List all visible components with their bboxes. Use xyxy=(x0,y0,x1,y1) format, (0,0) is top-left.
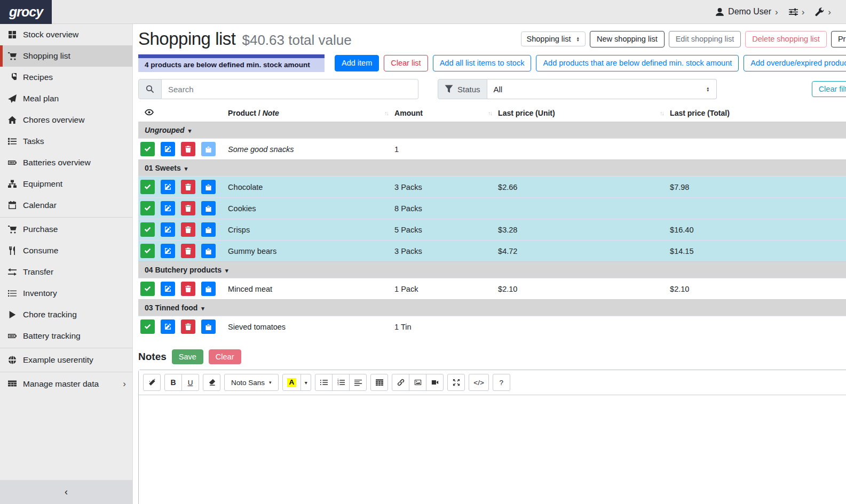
text-color-button[interactable]: A xyxy=(282,374,302,391)
edit-item-button[interactable] xyxy=(161,222,175,237)
add-item-button[interactable]: Add item xyxy=(335,55,379,71)
save-notes-button[interactable]: Save xyxy=(172,349,203,365)
clear-notes-button[interactable]: Clear xyxy=(209,349,241,365)
delete-item-button[interactable] xyxy=(181,319,195,334)
done-button[interactable] xyxy=(140,244,155,258)
edit-item-button[interactable] xyxy=(161,201,175,215)
col-last-price-unit[interactable]: Last price (Unit)↑↓ xyxy=(494,106,666,122)
product-card-button[interactable] xyxy=(201,142,216,156)
group-header-row[interactable]: 04 Butchery products▾ xyxy=(138,262,846,278)
sidebar-item-batteries-overview[interactable]: Batteries overview xyxy=(0,152,132,173)
settings-menu[interactable]: › xyxy=(789,7,805,17)
app-logo[interactable]: grocy xyxy=(0,0,52,24)
done-button[interactable] xyxy=(140,222,155,237)
last-price-total-cell: $14.15 xyxy=(666,241,846,262)
add-all-to-stock-button[interactable]: Add all list items to stock xyxy=(433,55,532,71)
edit-item-button[interactable] xyxy=(161,142,175,156)
insert-video-button[interactable] xyxy=(426,374,444,391)
notes-editor-area[interactable] xyxy=(139,395,846,504)
delete-shopping-list-button[interactable]: Delete shopping list xyxy=(745,31,827,47)
done-button[interactable] xyxy=(140,142,155,156)
sidebar-item-example-userentity[interactable]: Example userentity xyxy=(0,349,132,371)
delete-item-button[interactable] xyxy=(181,244,195,258)
clear-list-button[interactable]: Clear list xyxy=(384,55,428,71)
sidebar-item-chores-overview[interactable]: Chores overview xyxy=(0,109,132,131)
group-header-row[interactable]: 03 Tinned food▾ xyxy=(138,300,846,316)
delete-item-button[interactable] xyxy=(181,142,195,156)
done-button[interactable] xyxy=(140,201,155,215)
delete-item-button[interactable] xyxy=(181,282,195,296)
sidebar-item-transfer[interactable]: Transfer xyxy=(0,261,132,283)
paragraph-align-button[interactable] xyxy=(349,374,367,391)
sidebar-item-manage-master-data[interactable]: Manage master data› xyxy=(0,373,132,395)
sidebar-item-stock-overview[interactable]: Stock overview xyxy=(0,24,132,45)
search-icon xyxy=(138,79,162,99)
insert-table-button[interactable] xyxy=(370,374,388,391)
magic-style-button[interactable] xyxy=(143,374,161,391)
col-product-note[interactable]: Product / Note ↑↓ xyxy=(224,106,390,122)
group-header-row[interactable]: 01 Sweets▾ xyxy=(138,160,846,177)
main-content: Shopping list $40.63 total value Shoppin… xyxy=(133,24,846,504)
sidebar-collapse-button[interactable]: ‹ xyxy=(0,480,132,504)
code-view-button[interactable]: </> xyxy=(469,374,489,391)
delete-item-button[interactable] xyxy=(181,180,195,194)
bold-button[interactable]: B xyxy=(164,374,182,391)
ordered-list-button[interactable]: 1.2.3. xyxy=(332,374,350,391)
eraser-button[interactable] xyxy=(203,374,220,391)
edit-item-button[interactable] xyxy=(161,180,175,194)
edit-shopping-list-button[interactable]: Edit shopping list xyxy=(669,31,741,47)
clear-filter-button[interactable]: Clear filter xyxy=(812,81,846,98)
sidebar-item-consume[interactable]: Consume xyxy=(0,240,132,261)
group-header-row[interactable]: Ungrouped▾ xyxy=(138,122,846,139)
toggle-done-visibility-icon[interactable] xyxy=(145,108,154,117)
admin-menu[interactable]: › xyxy=(815,7,831,17)
shopping-bag-icon xyxy=(205,205,212,212)
ordered-list-icon: 1.2.3. xyxy=(337,379,345,386)
new-shopping-list-button[interactable]: New shopping list xyxy=(590,31,665,47)
delete-item-button[interactable] xyxy=(181,222,195,237)
arrows-expand-icon xyxy=(453,379,460,386)
insert-link-button[interactable] xyxy=(392,374,409,391)
add-below-min-stock-button[interactable]: Add products that are below defined min.… xyxy=(536,55,739,71)
sidebar-item-inventory[interactable]: Inventory xyxy=(0,283,132,304)
font-family-dropdown[interactable]: Noto Sans▾ xyxy=(224,374,279,391)
sidebar-item-tasks[interactable]: Tasks xyxy=(0,131,132,152)
unordered-list-button[interactable] xyxy=(315,374,333,391)
sidebar-item-chore-tracking[interactable]: Chore tracking xyxy=(0,304,132,325)
done-button[interactable] xyxy=(140,319,155,334)
edit-item-button[interactable] xyxy=(161,244,175,258)
sidebar-item-calendar[interactable]: Calendar xyxy=(0,195,132,216)
help-button[interactable]: ? xyxy=(493,374,510,391)
add-overdue-button[interactable]: Add overdue/expired products xyxy=(744,55,846,71)
text-color-caret[interactable]: ▾ xyxy=(301,374,311,391)
delete-item-button[interactable] xyxy=(181,201,195,215)
product-card-button[interactable] xyxy=(201,201,216,215)
fullscreen-button[interactable] xyxy=(447,374,465,391)
sidebar-item-shopping-list[interactable]: Shopping list xyxy=(0,45,132,67)
sidebar-item-equipment[interactable]: Equipment xyxy=(0,173,132,195)
product-card-button[interactable] xyxy=(201,319,216,334)
underline-button[interactable]: U xyxy=(181,374,199,391)
product-card-button[interactable] xyxy=(201,282,216,296)
sidebar-item-battery-tracking[interactable]: Battery tracking xyxy=(0,325,132,347)
col-last-price-total[interactable]: Last price (Total)↑↓ xyxy=(666,106,846,122)
user-menu[interactable]: Demo User › xyxy=(715,7,778,17)
print-button[interactable]: Print xyxy=(831,31,846,47)
product-card-button[interactable] xyxy=(201,244,216,258)
search-input[interactable] xyxy=(162,79,418,99)
min-stock-notice[interactable]: 4 products are below defined min. stock … xyxy=(138,54,325,72)
product-card-button[interactable] xyxy=(201,180,216,194)
product-card-button[interactable] xyxy=(201,222,216,237)
status-select[interactable]: All ▲▼ xyxy=(487,79,717,99)
shopping-list-select[interactable]: Shopping list ▲▼ xyxy=(521,31,586,46)
done-button[interactable] xyxy=(140,282,155,296)
sidebar-item-meal-plan[interactable]: Meal plan xyxy=(0,88,132,109)
edit-item-button[interactable] xyxy=(161,319,175,334)
done-button[interactable] xyxy=(140,180,155,194)
sidebar-item-recipes[interactable]: Recipes xyxy=(0,67,132,88)
insert-picture-button[interactable] xyxy=(409,374,426,391)
check-icon xyxy=(144,146,151,153)
col-amount[interactable]: Amount↑↓ xyxy=(390,106,494,122)
edit-item-button[interactable] xyxy=(161,282,175,296)
sidebar-item-purchase[interactable]: Purchase xyxy=(0,219,132,240)
